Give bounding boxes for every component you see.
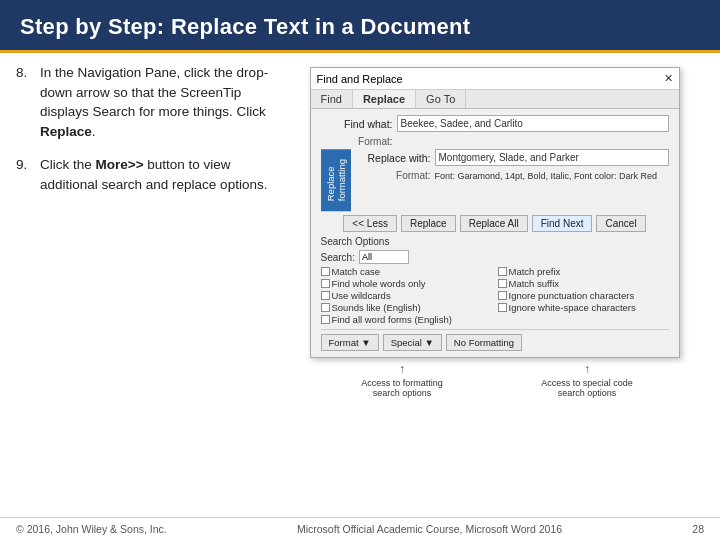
footer: © 2016, John Wiley & Sons, Inc. Microsof… [0, 517, 720, 540]
whole-words-checkbox[interactable] [321, 279, 330, 288]
footer-course: Microsoft Official Academic Course, Micr… [297, 523, 562, 535]
header: Step by Step: Replace Text in a Document [0, 0, 720, 50]
checkbox-match-suffix: Match suffix [498, 278, 669, 289]
text-panel: 8. In the Navigation Pane, click the dro… [16, 63, 271, 511]
main-button-row: << Less Replace Replace All Find Next Ca… [321, 215, 669, 232]
wildcards-checkbox[interactable] [321, 291, 330, 300]
search-label: Search: [321, 252, 355, 263]
replace-formatting-badge: Replaceformatting [321, 149, 351, 211]
annotation-special-arrow: ↑ [584, 362, 590, 376]
cancel-button[interactable]: Cancel [596, 215, 645, 232]
checkbox-grid: Match case Match prefix Find whole words… [321, 266, 669, 325]
find-what-input[interactable] [397, 115, 669, 132]
bottom-buttons: Format ▼ Special ▼ No Formatting [321, 329, 669, 351]
dialog-titlebar: Find and Replace ✕ [311, 68, 679, 90]
tab-goto[interactable]: Go To [416, 90, 466, 108]
checkbox-whole-words: Find whole words only [321, 278, 492, 289]
page-title: Step by Step: Replace Text in a Document [20, 14, 700, 40]
checkbox-ignore-whitespace: Ignore white-space characters [498, 302, 669, 313]
match-prefix-checkbox[interactable] [498, 267, 507, 276]
find-replace-dialog: Find and Replace ✕ Find Replace Go To Fi… [310, 67, 680, 358]
step-9: 9. Click the More>> button to view addit… [16, 155, 271, 194]
replace-with-row: Replace with: [359, 149, 669, 166]
replace-section: Replaceformatting Replace with: Format: … [321, 149, 669, 211]
checkbox-match-case: Match case [321, 266, 492, 277]
word-forms-checkbox[interactable] [321, 315, 330, 324]
dialog-close-button[interactable]: ✕ [664, 72, 673, 85]
checkbox-match-prefix: Match prefix [498, 266, 669, 277]
replace-button[interactable]: Replace [401, 215, 456, 232]
dialog-panel: Find and Replace ✕ Find Replace Go To Fi… [285, 63, 704, 511]
annotation-special: ↑ Access to special code search options [532, 362, 642, 398]
dialog-title: Find and Replace [317, 73, 403, 85]
replace-fields: Replace with: Format: Font: Garamond, 14… [359, 149, 669, 211]
checkbox-ignore-punct: Ignore punctuation characters [498, 290, 669, 301]
less-button[interactable]: << Less [343, 215, 397, 232]
find-next-button[interactable]: Find Next [532, 215, 593, 232]
search-options-section: Search Options Search: Match case [321, 236, 669, 325]
step-9-text: Click the More>> button to view addition… [40, 155, 271, 194]
footer-page-number: 28 [692, 523, 704, 535]
page: Step by Step: Replace Text in a Document… [0, 0, 720, 540]
checkbox-word-forms: Find all word forms (English) [321, 314, 492, 325]
match-case-checkbox[interactable] [321, 267, 330, 276]
search-all-row: Search: [321, 250, 669, 264]
ignore-whitespace-checkbox[interactable] [498, 303, 507, 312]
ignore-punct-checkbox[interactable] [498, 291, 507, 300]
replace-with-input[interactable] [435, 149, 669, 166]
search-input[interactable] [359, 250, 409, 264]
replace-format-label: Format: [359, 170, 431, 181]
annotation-special-text: Access to special code search options [532, 378, 642, 398]
dialog-annotations: ↑ Access to formatting search options ↑ … [310, 362, 680, 398]
format-button[interactable]: Format ▼ [321, 334, 379, 351]
special-button[interactable]: Special ▼ [383, 334, 442, 351]
find-what-label: Find what: [321, 118, 393, 130]
search-options-title: Search Options [321, 236, 669, 247]
step-8-text: In the Navigation Pane, click the drop-d… [40, 63, 271, 141]
step-8-num: 8. [16, 63, 34, 141]
tab-replace[interactable]: Replace [353, 90, 416, 108]
annotation-format: ↑ Access to formatting search options [347, 362, 457, 398]
find-format-row: Format: [321, 136, 669, 147]
checkbox-sounds-like: Sounds like (English) [321, 302, 492, 313]
main-content: 8. In the Navigation Pane, click the dro… [0, 53, 720, 517]
checkbox-wildcards: Use wildcards [321, 290, 492, 301]
footer-copyright: © 2016, John Wiley & Sons, Inc. [16, 523, 167, 535]
dialog-tabs: Find Replace Go To [311, 90, 679, 109]
sounds-like-checkbox[interactable] [321, 303, 330, 312]
annotation-format-text: Access to formatting search options [347, 378, 457, 398]
no-formatting-button[interactable]: No Formatting [446, 334, 522, 351]
replace-format-val: Font: Garamond, 14pt, Bold, Italic, Font… [435, 171, 669, 181]
replace-all-button[interactable]: Replace All [460, 215, 528, 232]
step-8: 8. In the Navigation Pane, click the dro… [16, 63, 271, 141]
replace-format-row: Format: Font: Garamond, 14pt, Bold, Ital… [359, 170, 669, 181]
find-format-label: Format: [321, 136, 393, 147]
find-what-row: Find what: [321, 115, 669, 132]
step-9-num: 9. [16, 155, 34, 194]
replace-with-label: Replace with: [359, 152, 431, 164]
dialog-body: Find what: Format: Replaceformatting Rep… [311, 109, 679, 357]
tab-find[interactable]: Find [311, 90, 353, 108]
match-suffix-checkbox[interactable] [498, 279, 507, 288]
annotation-format-arrow: ↑ [399, 362, 405, 376]
